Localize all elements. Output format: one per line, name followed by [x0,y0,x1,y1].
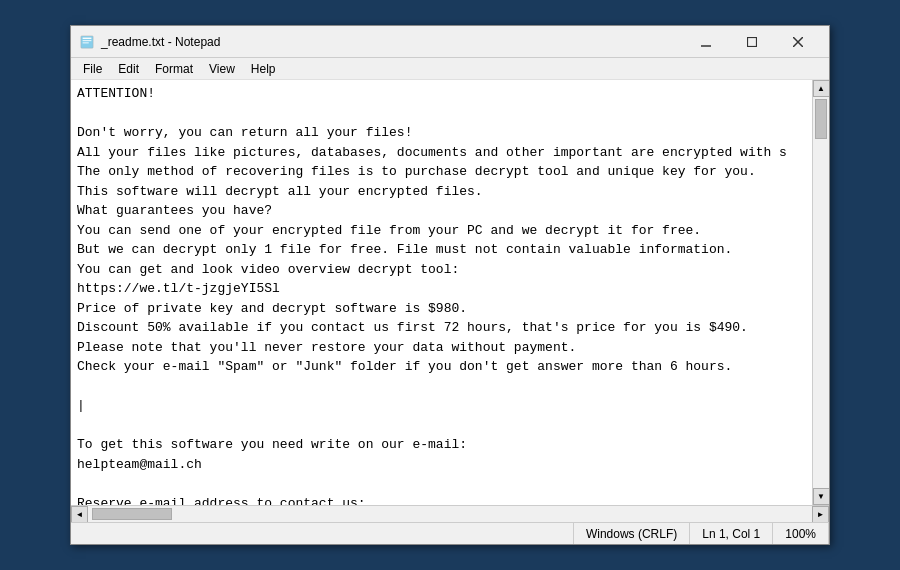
content-wrapper: ATTENTION! Don't worry, you can return a… [71,80,829,505]
status-position: Ln 1, Col 1 [690,523,773,544]
status-empty [71,523,574,544]
menu-file[interactable]: File [75,60,110,78]
scroll-thumb[interactable] [815,99,827,139]
menubar: File Edit Format View Help [71,58,829,80]
h-scroll-thumb[interactable] [92,508,172,520]
vertical-scrollbar[interactable]: ▲ ▼ [812,80,829,505]
status-zoom: 100% [773,523,829,544]
menu-view[interactable]: View [201,60,243,78]
window-title: _readme.txt - Notepad [101,35,683,49]
svg-rect-1 [83,37,92,38]
svg-rect-2 [83,40,92,41]
menu-format[interactable]: Format [147,60,201,78]
maximize-button[interactable] [729,26,775,58]
notepad-window: _readme.txt - Notepad File Edit Format V… [70,25,830,545]
minimize-button[interactable] [683,26,729,58]
scroll-track [813,97,829,488]
menu-edit[interactable]: Edit [110,60,147,78]
statusbar: Windows (CRLF) Ln 1, Col 1 100% [71,522,829,544]
horizontal-scrollbar[interactable]: ◄ ► [71,505,829,522]
close-button[interactable] [775,26,821,58]
window-controls [683,26,821,58]
text-editor[interactable]: ATTENTION! Don't worry, you can return a… [71,80,812,505]
scroll-up-button[interactable]: ▲ [813,80,830,97]
scroll-right-button[interactable]: ► [812,506,829,523]
svg-rect-3 [83,42,89,43]
menu-help[interactable]: Help [243,60,284,78]
app-icon [79,34,95,50]
svg-rect-5 [748,37,757,46]
scroll-left-button[interactable]: ◄ [71,506,88,523]
titlebar: _readme.txt - Notepad [71,26,829,58]
h-scroll-track [88,506,812,522]
scroll-down-button[interactable]: ▼ [813,488,830,505]
status-encoding: Windows (CRLF) [574,523,690,544]
